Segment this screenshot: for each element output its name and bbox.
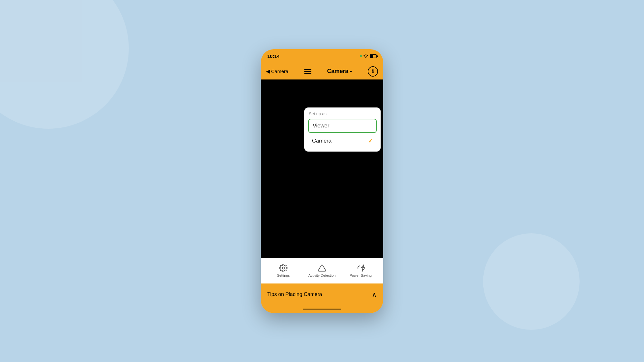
- back-button[interactable]: ◀ Camera: [266, 68, 288, 74]
- activity-detection-label: Activity Detection: [308, 274, 336, 277]
- status-bar: 10:14: [261, 49, 383, 63]
- power-saving-label: Power-Saving: [350, 274, 372, 277]
- dropdown-item-viewer[interactable]: Viewer: [308, 119, 377, 133]
- tips-title: Tips on Placing Camera: [267, 292, 322, 297]
- menu-line-3: [304, 73, 311, 74]
- battery-icon: [370, 54, 377, 58]
- info-button[interactable]: ℹ: [368, 66, 378, 77]
- power-saving-icon: [356, 264, 365, 272]
- svg-point-0: [282, 267, 285, 269]
- phone-frame: 10:14 ◀ Camera Camera - ℹ: [261, 49, 383, 313]
- dropdown-label: Set up as: [308, 111, 377, 116]
- chevron-up-icon: ∧: [372, 291, 377, 298]
- signal-dot: [360, 55, 362, 57]
- menu-line-2: [304, 71, 311, 72]
- home-indicator: [261, 305, 383, 313]
- activity-detection-icon: [318, 264, 326, 272]
- menu-icon[interactable]: [304, 69, 311, 74]
- tab-bar: Settings Activity Detection Power-Saving: [261, 258, 383, 283]
- settings-label: Settings: [277, 274, 290, 277]
- nav-title: Camera -: [327, 68, 352, 75]
- checkmark-icon: ✓: [368, 137, 373, 144]
- camera-preview: [261, 79, 383, 258]
- tab-power-saving[interactable]: Power-Saving: [341, 264, 380, 277]
- camera-option-label: Camera: [312, 138, 331, 144]
- status-time: 10:14: [267, 53, 279, 59]
- tab-settings[interactable]: Settings: [264, 264, 303, 277]
- menu-line-1: [304, 69, 311, 70]
- dropdown-item-camera[interactable]: Camera ✓: [308, 134, 377, 148]
- back-label: Camera: [271, 69, 288, 74]
- tips-bar[interactable]: Tips on Placing Camera ∧: [261, 283, 383, 305]
- status-icons: [360, 54, 377, 59]
- nav-bar: ◀ Camera Camera - ℹ: [261, 63, 383, 79]
- wifi-icon: [363, 54, 368, 59]
- viewer-option-label: Viewer: [313, 123, 329, 129]
- back-arrow-icon: ◀: [266, 68, 270, 74]
- home-indicator-bar: [303, 309, 341, 310]
- tab-activity-detection[interactable]: Activity Detection: [303, 264, 341, 277]
- settings-icon: [279, 264, 288, 272]
- setup-dropdown: Set up as Viewer Camera ✓: [304, 107, 381, 152]
